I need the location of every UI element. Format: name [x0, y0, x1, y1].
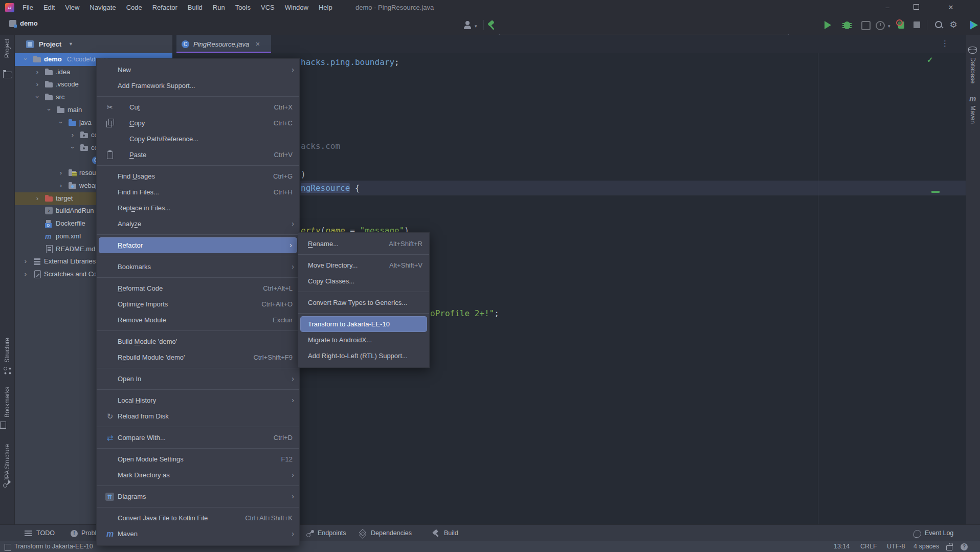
- menu-item-build-module-demo[interactable]: Build Module 'demo': [97, 334, 299, 349]
- profiler-button[interactable]: [876, 21, 885, 30]
- menu-item-move-directory[interactable]: Move Directory...Alt+Shift+V: [298, 257, 429, 273]
- menu-item-find-usages[interactable]: Find UsagesCtrl+G: [97, 168, 299, 184]
- toolwindow-button-todo[interactable]: TODO: [25, 525, 55, 541]
- chevron-down-icon[interactable]: ›: [22, 56, 30, 62]
- menubar-window[interactable]: Window: [280, 0, 314, 15]
- menu-item-optimize-imports[interactable]: Optimize ImportsCtrl+Alt+O: [97, 296, 299, 312]
- tab-pingresource-java[interactable]: C PingResource.java ✕: [176, 35, 271, 53]
- menu-item-rename[interactable]: Rename...Alt+Shift+R: [298, 236, 429, 252]
- profiler-dropdown-caret-icon[interactable]: ▾: [888, 24, 890, 29]
- menu-item-compare-with[interactable]: ⇄Compare With...Ctrl+D: [97, 430, 299, 446]
- event-log-button[interactable]: Event Log: [914, 525, 953, 541]
- chevron-right-icon[interactable]: ›: [58, 169, 64, 176]
- run-button[interactable]: [825, 21, 831, 29]
- menu-item-analyze[interactable]: Analyze›: [97, 216, 299, 232]
- chevron-right-icon[interactable]: ›: [23, 270, 29, 278]
- menu-item-remove-module[interactable]: Remove ModuleExcluir: [97, 312, 299, 328]
- jpa-structure-icon[interactable]: [3, 480, 11, 488]
- toolwindow-tab-bookmarks[interactable]: Bookmarks: [0, 387, 14, 417]
- inspections-ok-checkmark-icon[interactable]: ✓: [927, 55, 933, 64]
- chevron-right-icon[interactable]: ›: [23, 257, 29, 265]
- toolwindow-tab-project[interactable]: Project: [0, 39, 14, 58]
- debug-button[interactable]: [844, 21, 850, 29]
- menu-item-paste[interactable]: PasteCtrl+V: [97, 147, 299, 163]
- menu-item-migrate-to-androidx[interactable]: Migrate to AndroidX...: [298, 332, 429, 348]
- menubar-view[interactable]: View: [60, 0, 84, 15]
- chevron-down-icon[interactable]: ›: [46, 107, 53, 113]
- menu-item-mark-directory-as[interactable]: Mark Directory as›: [97, 467, 299, 483]
- project-panel-header[interactable]: Project ▼: [15, 35, 172, 53]
- project-breadcrumb[interactable]: demo: [9, 19, 38, 27]
- menu-item-copy-path-reference[interactable]: Copy Path/Reference...: [97, 131, 299, 147]
- menu-item-copy[interactable]: CopyCtrl+C: [97, 115, 299, 131]
- status-indicator-crlf[interactable]: CRLF: [860, 543, 877, 550]
- bookmark-icon[interactable]: [0, 422, 6, 429]
- menubar-file[interactable]: File: [17, 0, 38, 15]
- chevron-right-icon[interactable]: ›: [70, 131, 76, 139]
- menu-item-convert-java-file-to-kotlin-file[interactable]: Convert Java File to Kotlin FileCtrl+Alt…: [97, 510, 299, 526]
- menu-item-add-right-to-left-rtl-support[interactable]: Add Right-to-Left (RTL) Support...: [298, 348, 429, 364]
- menu-item-open-in[interactable]: Open In›: [97, 371, 299, 387]
- menubar-refactor[interactable]: Refactor: [147, 0, 183, 15]
- chevron-down-icon[interactable]: ›: [34, 94, 41, 100]
- menubar-run[interactable]: Run: [208, 0, 230, 15]
- search-everywhere-icon[interactable]: [935, 21, 942, 28]
- menu-item-cut[interactable]: ✂CutCtrl+X: [97, 99, 299, 115]
- editor-options-icon[interactable]: ⋮: [941, 39, 949, 48]
- close-button[interactable]: ✕: [939, 0, 963, 15]
- toolwindow-tab-database[interactable]: Database: [966, 57, 980, 83]
- menu-item-refactor[interactable]: Refactor›: [99, 237, 297, 253]
- tab-close-icon[interactable]: ✕: [255, 41, 260, 48]
- menu-item-copy-classes[interactable]: Copy Classes...: [298, 273, 429, 289]
- toolwindow-button-build[interactable]: Build: [432, 525, 458, 541]
- menu-item-maven[interactable]: mMaven›: [97, 526, 299, 542]
- stop-button[interactable]: [914, 21, 920, 28]
- toolwindow-button-endpoints[interactable]: Endpoints: [306, 525, 346, 541]
- toolwindow-tab-structure[interactable]: Structure: [0, 338, 14, 363]
- unlock-icon[interactable]: [946, 545, 952, 550]
- menu-item-local-history[interactable]: Local History›: [97, 392, 299, 408]
- project-folder-icon[interactable]: [3, 72, 12, 78]
- menu-item-convert-raw-types-to-generics[interactable]: Convert Raw Types to Generics...: [298, 295, 429, 311]
- menu-item-replace-in-files[interactable]: Replace in Files...: [97, 200, 299, 216]
- status-indicator-utf-8[interactable]: UTF-8: [887, 543, 905, 550]
- chevron-right-icon[interactable]: ›: [34, 80, 40, 88]
- settings-gear-icon[interactable]: ⚙: [948, 20, 959, 30]
- menu-item-new[interactable]: New›: [97, 62, 299, 78]
- menu-item-transform-to-jakarta-ee-10[interactable]: Transform to Jakarta-EE-10: [300, 316, 427, 332]
- user-dropdown-caret-icon[interactable]: ▾: [475, 24, 477, 29]
- minimize-button[interactable]: –: [876, 0, 899, 15]
- project-view-caret-icon[interactable]: ▼: [69, 41, 73, 47]
- chevron-right-icon[interactable]: ›: [34, 68, 40, 76]
- toolwindow-tab-maven[interactable]: Maven: [966, 105, 980, 124]
- menu-item-add-framework-support[interactable]: Add Framework Support...: [97, 78, 299, 94]
- database-icon[interactable]: [968, 46, 976, 54]
- maven-side-icon[interactable]: m: [969, 94, 977, 102]
- toolwindow-button-dependencies[interactable]: Dependencies: [359, 525, 412, 541]
- build-hammer-icon[interactable]: [487, 20, 497, 30]
- menubar-navigate[interactable]: Navigate: [84, 0, 121, 15]
- menu-item-rebuild-module-demo[interactable]: Rebuild Module 'demo'Ctrl+Shift+F9: [97, 349, 299, 365]
- menubar-vcs[interactable]: VCS: [256, 0, 280, 15]
- menu-item-reformat-code[interactable]: Reformat CodeCtrl+Alt+L: [97, 280, 299, 296]
- menu-item-reload-from-disk[interactable]: ↻Reload from Disk: [97, 408, 299, 424]
- help-settings-icon[interactable]: ?: [961, 543, 968, 550]
- menubar-tools[interactable]: Tools: [230, 0, 256, 15]
- run-with-coverage-button[interactable]: [861, 21, 871, 30]
- maximize-button[interactable]: [904, 0, 928, 15]
- menubar-help[interactable]: Help: [314, 0, 338, 15]
- chevron-right-icon[interactable]: ›: [34, 194, 40, 202]
- menu-item-open-module-settings[interactable]: Open Module SettingsF12: [97, 451, 299, 467]
- chevron-down-icon[interactable]: ›: [57, 120, 65, 126]
- status-indicator-13-14[interactable]: 13:14: [834, 543, 850, 550]
- user-profile-icon[interactable]: [463, 20, 473, 30]
- menu-item-diagrams[interactable]: ⇈Diagrams›: [97, 489, 299, 504]
- attach-debugger-button[interactable]: [898, 21, 904, 29]
- structure-grid-icon[interactable]: [3, 366, 11, 374]
- menu-item-bookmarks[interactable]: Bookmarks›: [97, 259, 299, 275]
- chevron-down-icon[interactable]: ›: [69, 145, 77, 151]
- menubar-build[interactable]: Build: [183, 0, 208, 15]
- toolwindow-tab-jpa-structure[interactable]: JPA Structure: [0, 444, 14, 481]
- menubar-edit[interactable]: Edit: [38, 0, 60, 15]
- menubar-code[interactable]: Code: [121, 0, 147, 15]
